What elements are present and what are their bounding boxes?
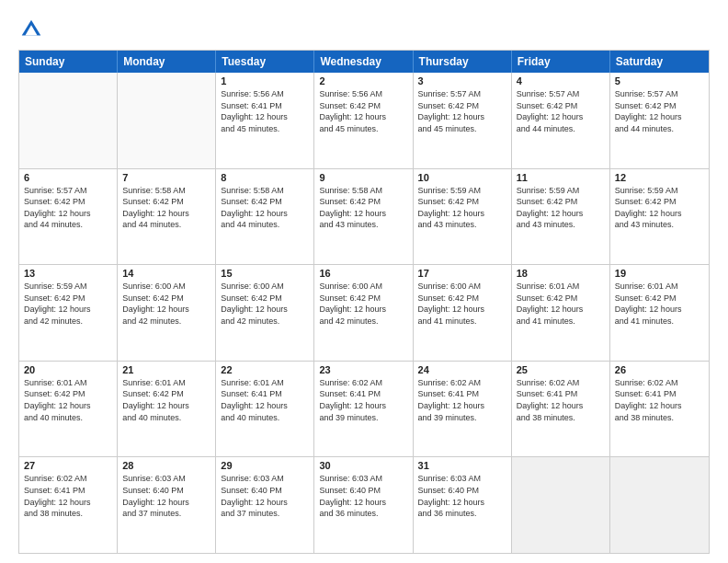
cell-info-line: and 40 minutes. <box>122 412 210 424</box>
cell-info-line: Sunrise: 5:57 AM <box>517 88 605 100</box>
cell-info-line: and 41 minutes. <box>615 316 704 327</box>
cell-info-line: Daylight: 12 hours <box>615 304 704 316</box>
cell-info-line: Sunrise: 5:58 AM <box>221 185 309 197</box>
calendar-cell: 18Sunrise: 6:01 AMSunset: 6:42 PMDayligh… <box>512 265 610 361</box>
cell-info-line: Sunset: 6:41 PM <box>615 388 704 400</box>
calendar-cell: 23Sunrise: 6:02 AMSunset: 6:41 PMDayligh… <box>314 362 413 457</box>
cell-info-line: Sunrise: 6:03 AM <box>418 473 506 485</box>
cell-info-line: and 39 minutes. <box>418 412 506 424</box>
calendar-cell: 29Sunrise: 6:03 AMSunset: 6:40 PMDayligh… <box>216 457 314 553</box>
header-day-thursday: Thursday <box>414 51 512 73</box>
cell-info-line: Daylight: 12 hours <box>517 304 605 316</box>
cell-info-line: Sunrise: 6:00 AM <box>122 281 210 293</box>
cell-info-line: and 37 minutes. <box>122 508 210 520</box>
cell-info-line: Sunset: 6:42 PM <box>615 196 704 208</box>
day-number: 30 <box>319 460 407 471</box>
cell-info-line: Sunset: 6:40 PM <box>221 485 309 497</box>
calendar-cell <box>512 457 610 553</box>
day-number: 15 <box>221 268 309 279</box>
calendar-cell: 5Sunrise: 5:57 AMSunset: 6:42 PMDaylight… <box>610 73 709 168</box>
cell-info-line: Sunrise: 5:58 AM <box>122 185 210 197</box>
cell-info-line: Sunset: 6:40 PM <box>122 485 210 497</box>
day-number: 5 <box>615 75 704 86</box>
cell-info-line: Sunset: 6:42 PM <box>221 196 309 208</box>
cell-info-line: Sunset: 6:41 PM <box>221 388 309 400</box>
cell-info-line: and 42 minutes. <box>24 316 112 327</box>
cell-info-line: Sunset: 6:42 PM <box>221 293 309 304</box>
cell-info-line: Sunrise: 5:59 AM <box>517 185 605 197</box>
cell-info-line: Daylight: 12 hours <box>615 400 704 412</box>
cell-info-line: Daylight: 12 hours <box>221 400 309 412</box>
cell-info-line: Sunrise: 6:01 AM <box>221 377 309 389</box>
cell-info-line: Sunrise: 5:56 AM <box>221 88 309 100</box>
cell-info-line: Sunrise: 5:58 AM <box>319 185 407 197</box>
cell-info-line: Daylight: 12 hours <box>221 208 309 220</box>
cell-info-line: Sunrise: 6:00 AM <box>418 281 506 293</box>
calendar-cell: 10Sunrise: 5:59 AMSunset: 6:42 PMDayligh… <box>414 169 512 265</box>
calendar-cell: 19Sunrise: 6:01 AMSunset: 6:42 PMDayligh… <box>610 265 709 361</box>
calendar-cell: 7Sunrise: 5:58 AMSunset: 6:42 PMDaylight… <box>118 169 216 265</box>
day-number: 14 <box>122 268 210 279</box>
cell-info-line: Sunrise: 6:02 AM <box>24 473 112 485</box>
cell-info-line: and 43 minutes. <box>319 219 407 231</box>
calendar-cell: 16Sunrise: 6:00 AMSunset: 6:42 PMDayligh… <box>314 265 413 361</box>
calendar-cell: 12Sunrise: 5:59 AMSunset: 6:42 PMDayligh… <box>610 169 709 265</box>
cell-info-line: and 40 minutes. <box>24 412 112 424</box>
day-number: 11 <box>517 172 605 183</box>
cell-info-line: Sunset: 6:42 PM <box>319 196 407 208</box>
cell-info-line: Sunset: 6:42 PM <box>24 388 112 400</box>
cell-info-line: Sunset: 6:42 PM <box>517 100 605 112</box>
header-day-wednesday: Wednesday <box>314 51 413 73</box>
calendar-row-1: 1Sunrise: 5:56 AMSunset: 6:41 PMDaylight… <box>19 73 709 168</box>
day-number: 20 <box>24 364 112 375</box>
cell-info-line: and 45 minutes. <box>221 123 309 135</box>
cell-info-line: and 44 minutes. <box>24 219 112 231</box>
cell-info-line: and 39 minutes. <box>319 412 407 424</box>
cell-info-line: Sunrise: 5:59 AM <box>24 281 112 293</box>
calendar-cell: 30Sunrise: 6:03 AMSunset: 6:40 PMDayligh… <box>314 457 413 553</box>
cell-info-line: Daylight: 12 hours <box>615 208 704 220</box>
logo <box>18 17 46 42</box>
logo-icon <box>18 17 44 42</box>
day-number: 26 <box>615 364 704 375</box>
cell-info-line: and 42 minutes. <box>319 316 407 327</box>
cell-info-line: Sunset: 6:42 PM <box>122 388 210 400</box>
cell-info-line: Daylight: 12 hours <box>122 304 210 316</box>
cell-info-line: Sunset: 6:42 PM <box>122 196 210 208</box>
day-number: 19 <box>615 268 704 279</box>
cell-info-line: and 41 minutes. <box>418 316 506 327</box>
cell-info-line: Daylight: 12 hours <box>221 111 309 123</box>
calendar-cell: 2Sunrise: 5:56 AMSunset: 6:42 PMDaylight… <box>314 73 413 168</box>
header-day-saturday: Saturday <box>610 51 709 73</box>
cell-info-line: Daylight: 12 hours <box>24 497 112 509</box>
cell-info-line: Daylight: 12 hours <box>24 304 112 316</box>
cell-info-line: Sunrise: 6:01 AM <box>122 377 210 389</box>
cell-info-line: and 45 minutes. <box>418 123 506 135</box>
cell-info-line: and 43 minutes. <box>418 219 506 231</box>
calendar-cell <box>610 457 709 553</box>
cell-info-line: and 36 minutes. <box>418 508 506 520</box>
calendar-cell: 13Sunrise: 5:59 AMSunset: 6:42 PMDayligh… <box>19 265 118 361</box>
cell-info-line: Sunrise: 5:59 AM <box>418 185 506 197</box>
cell-info-line: Sunrise: 6:03 AM <box>122 473 210 485</box>
cell-info-line: Sunset: 6:41 PM <box>221 100 309 112</box>
calendar-row-3: 13Sunrise: 5:59 AMSunset: 6:42 PMDayligh… <box>19 264 709 361</box>
calendar-cell: 25Sunrise: 6:02 AMSunset: 6:41 PMDayligh… <box>512 362 610 457</box>
header-day-friday: Friday <box>512 51 610 73</box>
day-number: 24 <box>418 364 506 375</box>
cell-info-line: Daylight: 12 hours <box>122 208 210 220</box>
cell-info-line: Sunrise: 6:02 AM <box>418 377 506 389</box>
calendar-cell: 17Sunrise: 6:00 AMSunset: 6:42 PMDayligh… <box>414 265 512 361</box>
cell-info-line: Sunrise: 6:00 AM <box>319 281 407 293</box>
cell-info-line: Daylight: 12 hours <box>517 111 605 123</box>
day-number: 17 <box>418 268 506 279</box>
day-number: 1 <box>221 75 309 86</box>
cell-info-line: Daylight: 12 hours <box>418 111 506 123</box>
cell-info-line: Sunrise: 6:01 AM <box>615 281 704 293</box>
cell-info-line: Daylight: 12 hours <box>221 497 309 509</box>
calendar-cell: 26Sunrise: 6:02 AMSunset: 6:41 PMDayligh… <box>610 362 709 457</box>
day-number: 8 <box>221 172 309 183</box>
cell-info-line: and 40 minutes. <box>221 412 309 424</box>
cell-info-line: Sunset: 6:42 PM <box>418 293 506 304</box>
cell-info-line: and 44 minutes. <box>221 219 309 231</box>
